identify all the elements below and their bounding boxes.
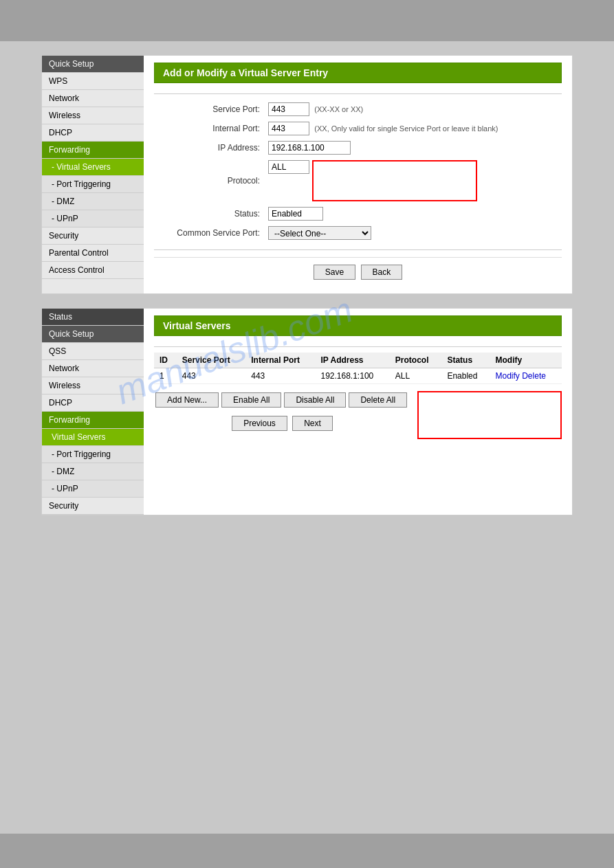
form-table-1: Service Port: (XX-XX or XX) Internal Por… [154,100,562,243]
panel-virtual-servers-list: Status Quick Setup QSS Network Wireless … [41,308,573,515]
service-port-hint: (XX-XX or XX) [314,105,363,113]
sidebar-item-wireless-2[interactable]: Wireless [42,377,144,394]
sidebar-2: Status Quick Setup QSS Network Wireless … [42,309,144,515]
sidebar-item-security-2[interactable]: Security [42,498,144,515]
table-row: 1 443 443 192.168.1:100 ALL Enabled Modi… [154,368,562,384]
save-button[interactable]: Save [314,265,355,280]
protocol-label: Protocol: [154,157,264,204]
section-header-2: Virtual Servers [154,315,562,336]
sidebar-item-network-1[interactable]: Network [42,90,144,107]
sidebar-item-status[interactable]: Status [42,309,144,326]
col-status: Status [441,353,490,368]
col-modify: Modify [490,353,562,368]
sidebar-item-access-control[interactable]: Access Control [42,262,144,279]
red-box-1 [312,160,477,201]
delete-all-button[interactable]: Delete All [349,392,407,408]
sidebar-item-parental-control[interactable]: Parental Control [42,245,144,262]
internal-port-input[interactable] [268,122,309,135]
disable-all-button[interactable]: Disable All [284,392,346,408]
sidebar-item-qss[interactable]: QSS [42,343,144,360]
table-container: ID Service Port Internal Port IP Address… [154,353,562,384]
sidebar-item-forwarding-1[interactable]: Forwarding [42,142,144,159]
next-button[interactable]: Next [292,416,333,431]
section-header-1: Add or Modify a Virtual Server Entry [154,63,562,83]
row-ip-address: 192.168.1:100 [315,368,389,384]
delete-link[interactable]: Delete [522,371,546,381]
col-protocol: Protocol [390,353,442,368]
col-internal-port: Internal Port [245,353,315,368]
panel-add-virtual-server: Quick Setup WPS Network Wireless DHCP Fo… [41,55,573,294]
sidebar-item-dhcp-2[interactable]: DHCP [42,394,144,412]
row-service-port: 443 [177,368,246,384]
service-port-input[interactable] [268,102,309,116]
internal-port-label: Internal Port: [154,119,264,138]
ip-address-input[interactable] [268,141,351,155]
back-button[interactable]: Back [361,265,403,280]
sidebar-item-security-1[interactable]: Security [42,227,144,245]
ip-address-label: IP Address: [154,138,264,157]
bottom-bar [0,834,614,868]
col-ip-address: IP Address [315,353,389,368]
sidebar-item-quick-setup-1[interactable]: Quick Setup [42,56,144,73]
status-label: Status: [154,204,264,223]
sidebar-item-virtual-servers-1[interactable]: - Virtual Servers [42,159,144,176]
sidebar-item-port-triggering-1[interactable]: - Port Triggering [42,176,144,193]
sidebar-item-forwarding-2[interactable]: Forwarding [42,412,144,429]
row-internal-port: 443 [245,368,315,384]
service-port-label: Service Port: [154,100,264,119]
action-row: Add New... Enable All Disable All Delete… [154,391,410,409]
sidebar-item-dhcp-1[interactable]: DHCP [42,124,144,142]
modify-link[interactable]: Modify [496,371,520,381]
btn-row-1: Save Back [154,257,562,287]
sidebar-item-upnp-2[interactable]: - UPnP [42,480,144,498]
main-content-1: Add or Modify a Virtual Server Entry Ser… [144,56,572,293]
virtual-servers-table: ID Service Port Internal Port IP Address… [154,353,562,384]
sidebar-item-port-triggering-2[interactable]: - Port Triggering [42,446,144,463]
row-protocol: ALL [390,368,442,384]
col-service-port: Service Port [177,353,246,368]
red-box-2 [417,391,562,439]
row-status: Enabled [441,368,490,384]
top-bar [0,0,614,41]
internal-port-hint: (XX, Only valid for single Service Port … [314,124,498,133]
sidebar-item-dmz-2[interactable]: - DMZ [42,463,144,480]
common-service-port-select[interactable]: --Select One-- [268,226,371,240]
previous-button[interactable]: Previous [232,416,287,431]
row-modify: Modify Delete [490,368,562,384]
main-content-2: Virtual Servers ID Service Port Internal… [144,309,572,515]
common-service-port-label: Common Service Port: [154,223,264,243]
sidebar-item-network-2[interactable]: Network [42,360,144,377]
sidebar-1: Quick Setup WPS Network Wireless DHCP Fo… [42,56,144,293]
enable-all-button[interactable]: Enable All [221,392,281,408]
sidebar-item-virtual-servers-2[interactable]: Virtual Servers [42,429,144,446]
sidebar-item-wps[interactable]: WPS [42,73,144,90]
sidebar-item-dmz-1[interactable]: - DMZ [42,193,144,210]
status-input[interactable] [268,207,323,221]
sidebar-item-upnp-1[interactable]: - UPnP [42,210,144,227]
add-new-button[interactable]: Add New... [155,392,219,408]
protocol-input[interactable] [268,160,309,174]
sidebar-item-wireless-1[interactable]: Wireless [42,107,144,124]
col-id: ID [154,353,177,368]
row-id: 1 [154,368,177,384]
sidebar-item-quick-setup-2[interactable]: Quick Setup [42,326,144,343]
